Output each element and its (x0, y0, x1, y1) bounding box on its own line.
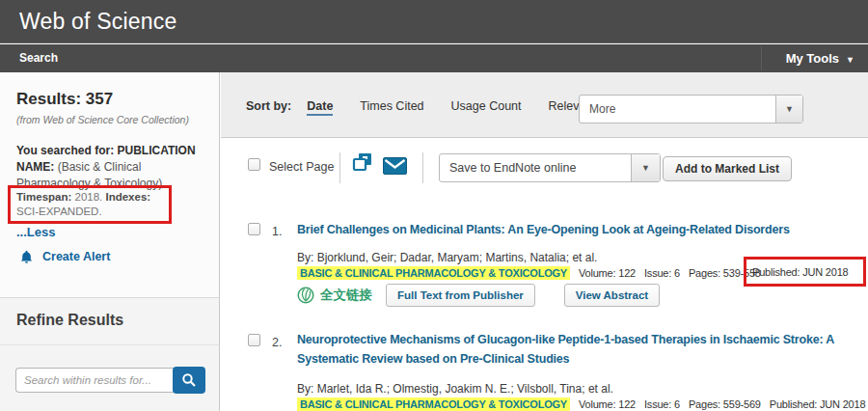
divider (339, 152, 340, 183)
result-2-published: Published: JUN 2018 (770, 398, 866, 410)
result-1-published: Published: JUN 2018 (752, 266, 849, 278)
indexes-label: Indexes: (105, 191, 150, 203)
timespan-label: Timespan: (16, 191, 75, 203)
result-1-volume: Volume: 122 (579, 267, 636, 279)
timespan-annotation-box: Timespan: 2018. Indexes: SCI-EXPANDED. (8, 185, 172, 224)
fulltext-globe-icon (297, 287, 314, 304)
result-2-title-link[interactable]: Neuroprotective Mechanisms of Glucagon-l… (297, 330, 856, 369)
email-icon[interactable] (383, 157, 407, 178)
timespan-value: 2018. (75, 191, 106, 203)
select-page-label: Select Page (269, 160, 334, 174)
fulltext-link-cn[interactable]: 全文链接 (297, 287, 372, 304)
chevron-down-icon: ▼ (775, 96, 802, 123)
result-1-checkbox[interactable] (248, 223, 260, 235)
full-text-from-publisher-button[interactable]: Full Text from Publisher (386, 284, 535, 307)
save-to-endnote-value: Save to EndNote online (440, 161, 631, 175)
sort-options: Sort by: Date Times Cited Usage Count Re… (246, 99, 606, 116)
result-1-journal-highlighted: BASIC & CLINICAL PHARMACOLOGY & TOXICOLO… (297, 266, 570, 280)
app-title: Web of Science (19, 0, 176, 43)
refine-search-row (15, 367, 205, 394)
divider (0, 344, 219, 345)
result-2-journal-highlighted: BASIC & CLINICAL PHARMACOLOGY & TOXICOLO… (297, 397, 570, 411)
sort-by-label: Sort by: (246, 99, 291, 113)
refine-results-section: Refine Results (0, 297, 219, 411)
result-2-checkbox[interactable] (248, 334, 260, 346)
save-to-endnote-dropdown[interactable]: Save to EndNote online ▼ (439, 153, 661, 182)
divider (422, 152, 423, 183)
results-source: (from Web of Science Core Collection) (16, 114, 189, 125)
my-tools-menu[interactable]: My Tools ▼ (786, 44, 854, 72)
my-tools-label: My Tools (786, 51, 839, 66)
search-icon (181, 372, 197, 388)
result-2-number: 2. (272, 336, 282, 349)
bell-icon (19, 249, 34, 264)
sort-option-date[interactable]: Date (307, 99, 333, 116)
search-within-results-input[interactable] (15, 368, 176, 393)
result-2-volume: Volume: 122 (579, 398, 636, 410)
result-2-authors: By: Marlet, Ida R.; Olmestig, Joakim N. … (297, 382, 613, 396)
result-2-pages: Pages: 559-569 (689, 398, 761, 410)
result-1-authors: By: Bjorklund, Geir; Dadar, Maryam; Mart… (297, 251, 597, 264)
sort-more-value: More (580, 102, 775, 116)
result-1-actions: 全文链接 Full Text from Publisher View Abstr… (297, 284, 660, 307)
result-1-published-annotation-box: Published: JUN 2018 (744, 257, 866, 287)
select-page-checkbox[interactable] (248, 158, 260, 171)
nav-tab-search[interactable]: Search (19, 44, 58, 72)
chevron-down-icon: ▼ (631, 154, 660, 181)
result-2-source-line: BASIC & CLINICAL PHARMACOLOGY & TOXICOLO… (297, 397, 865, 411)
print-icon[interactable] (351, 152, 373, 177)
view-abstract-button[interactable]: View Abstract (564, 284, 660, 307)
sidebar: Results: 357 (from Web of Science Core C… (0, 72, 220, 411)
web-of-science-page: Web of Science Search My Tools ▼ Results… (0, 0, 868, 411)
add-to-marked-list-button[interactable]: Add to Marked List (663, 156, 792, 181)
searched-for-label: You searched for: (16, 144, 117, 157)
sort-option-times-cited[interactable]: Times Cited (360, 99, 423, 113)
create-alert-button[interactable]: Create Alert (19, 249, 110, 264)
result-1-issue: Issue: 6 (644, 267, 680, 279)
results-count: Results: 357 (16, 90, 113, 109)
result-1-source-line: BASIC & CLINICAL PHARMACOLOGY & TOXICOLO… (297, 266, 761, 280)
nav-bar: Search My Tools ▼ (0, 44, 868, 72)
result-1-number: 1. (272, 225, 282, 238)
result-2-issue: Issue: 6 (644, 398, 680, 410)
search-within-results-button[interactable] (173, 367, 205, 394)
sort-bar: Sort by: Date Times Cited Usage Count Re… (221, 72, 868, 138)
less-link[interactable]: ...Less (16, 225, 55, 239)
nav-divider (761, 46, 762, 70)
refine-results-title: Refine Results (16, 312, 123, 329)
create-alert-label: Create Alert (42, 250, 110, 263)
sort-option-usage-count[interactable]: Usage Count (451, 99, 522, 113)
fulltext-link-cn-label: 全文链接 (320, 287, 372, 304)
app-header: Web of Science (0, 0, 868, 43)
indexes-value: SCI-EXPANDED. (16, 206, 102, 217)
sort-more-dropdown[interactable]: More ▼ (579, 95, 803, 123)
chevron-down-icon: ▼ (846, 55, 854, 65)
result-1-title-link[interactable]: Brief Challenges on Medicinal Plants: An… (297, 221, 856, 239)
